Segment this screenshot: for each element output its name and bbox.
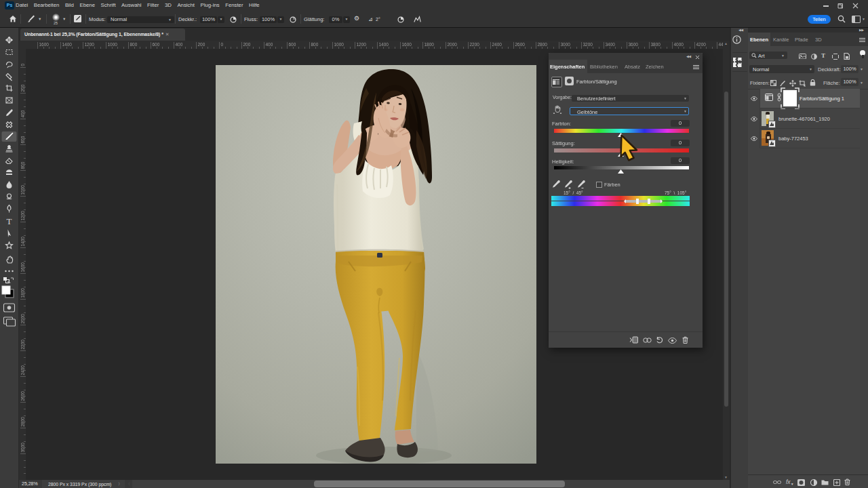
svg-text:T: T: [7, 216, 12, 226]
